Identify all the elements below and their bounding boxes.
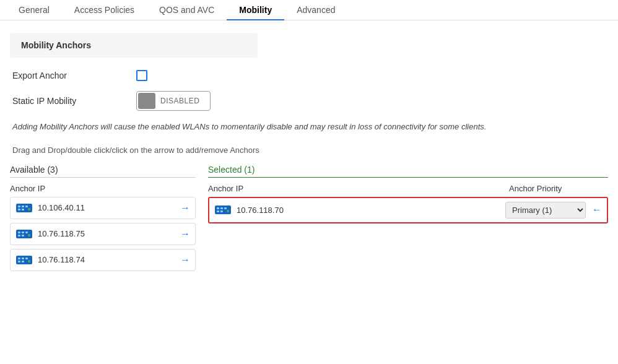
available-item-1[interactable]: 10.106.40.11 →	[10, 197, 196, 219]
svg-rect-2	[22, 206, 24, 207]
add-anchor-3-icon[interactable]: →	[180, 254, 190, 266]
remove-anchor-1-icon[interactable]: ←	[592, 204, 602, 215]
tabs-bar: General Access Policies QOS and AVC Mobi…	[0, 0, 618, 20]
svg-rect-12	[22, 235, 24, 236]
svg-rect-21	[215, 206, 231, 214]
svg-rect-0	[16, 204, 32, 212]
tab-qos-avc[interactable]: QOS and AVC	[147, 0, 227, 20]
static-ip-row: Static IP Mobility DISABLED	[10, 91, 608, 111]
available-ip-3: 10.76.118.74	[38, 255, 180, 264]
selected-device-icon-1	[214, 203, 232, 217]
toggle-state-text: DISABLED	[157, 97, 199, 105]
selected-col-headers: Anchor IP Anchor Priority	[208, 181, 608, 197]
tab-general[interactable]: General	[6, 0, 62, 20]
available-panel-title: Available (3)	[10, 165, 196, 175]
svg-rect-25	[217, 210, 219, 212]
device-icon-2	[15, 227, 33, 241]
svg-point-13	[28, 234, 30, 236]
main-content: Mobility Anchors Export Anchor Static IP…	[0, 20, 618, 287]
svg-rect-9	[22, 232, 24, 233]
add-anchor-1-icon[interactable]: →	[180, 202, 190, 214]
svg-rect-4	[18, 209, 20, 210]
section-box: Mobility Anchors	[10, 33, 258, 58]
svg-rect-11	[18, 235, 20, 236]
svg-rect-22	[217, 207, 219, 209]
section-title: Mobility Anchors	[21, 40, 91, 50]
tab-mobility[interactable]: Mobility	[227, 0, 284, 20]
available-ip-2: 10.76.118.75	[38, 229, 180, 238]
static-ip-toggle[interactable]: DISABLED	[136, 91, 211, 111]
svg-rect-1	[18, 206, 20, 207]
available-ip-1: 10.106.40.11	[38, 203, 180, 212]
selected-panel-title: Selected (1)	[208, 165, 608, 175]
device-icon-1	[15, 201, 33, 215]
device-icon-3	[15, 253, 33, 267]
info-text: Adding Mobility Anchors will cause the e…	[10, 121, 608, 133]
toggle-handle	[138, 93, 155, 109]
add-anchor-2-icon[interactable]: →	[180, 228, 190, 240]
svg-rect-24	[224, 207, 227, 209]
svg-point-20	[28, 260, 30, 262]
tab-access-policies[interactable]: Access Policies	[62, 0, 147, 20]
available-col-header: Anchor IP	[10, 181, 196, 197]
available-panel: Available (3) Anchor IP 10.106.40.11 →	[10, 165, 196, 275]
svg-rect-8	[18, 232, 20, 233]
static-ip-label: Static IP Mobility	[12, 96, 136, 106]
export-anchor-checkbox[interactable]	[136, 70, 147, 81]
selected-divider	[208, 177, 608, 178]
svg-rect-7	[16, 230, 32, 238]
selected-item-1: 10.76.118.70 Primary (1) Secondary (2) T…	[208, 197, 608, 223]
svg-rect-10	[25, 232, 28, 233]
svg-rect-19	[22, 261, 24, 262]
svg-point-27	[227, 210, 229, 212]
svg-rect-23	[220, 207, 223, 209]
available-divider	[10, 177, 196, 178]
col-anchor-header: Anchor IP	[208, 184, 509, 193]
svg-rect-14	[16, 256, 32, 264]
export-anchor-label: Export Anchor	[12, 71, 136, 80]
selected-panel: Selected (1) Anchor IP Anchor Priority 1…	[208, 165, 608, 275]
svg-rect-5	[22, 209, 24, 210]
svg-rect-15	[18, 258, 20, 259]
selected-ip-1: 10.76.118.70	[237, 206, 505, 215]
available-item-3[interactable]: 10.76.118.74 →	[10, 249, 196, 271]
tab-advanced[interactable]: Advanced	[284, 0, 347, 20]
svg-rect-17	[25, 258, 28, 259]
hint-text: Drag and Drop/double click/click on the …	[10, 145, 608, 155]
svg-point-6	[28, 208, 30, 210]
col-priority-header: Anchor Priority	[509, 184, 608, 193]
anchor-columns: Available (3) Anchor IP 10.106.40.11 →	[10, 165, 608, 275]
svg-rect-3	[25, 206, 28, 207]
svg-rect-18	[18, 261, 20, 262]
priority-select-1[interactable]: Primary (1) Secondary (2) Tertiary (3)	[505, 202, 586, 219]
svg-rect-26	[220, 210, 223, 212]
export-anchor-row: Export Anchor	[10, 70, 608, 81]
svg-rect-16	[22, 258, 24, 259]
available-item-2[interactable]: 10.76.118.75 →	[10, 223, 196, 245]
